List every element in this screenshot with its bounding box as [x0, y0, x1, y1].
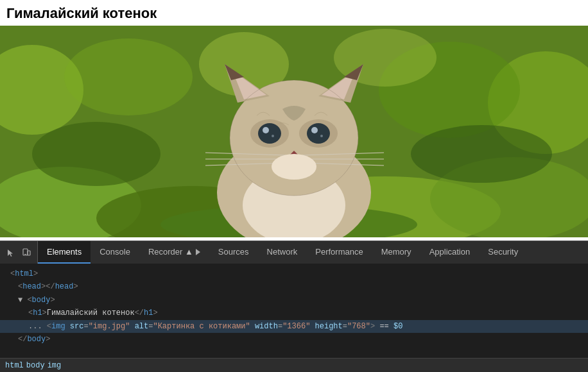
cursor-icon[interactable] [5, 247, 17, 258]
tab-application[interactable]: Application [420, 241, 480, 264]
devtools-content: <html> <head></head> ▼ <body> <h1>Гимала… [0, 264, 588, 358]
page-area: Гималайский котенок [0, 0, 588, 241]
devtools-breadcrumb: html body img [0, 358, 588, 372]
tab-security[interactable]: Security [479, 241, 527, 264]
svg-point-29 [272, 135, 274, 137]
svg-point-9 [32, 122, 160, 186]
tab-elements[interactable]: Elements [38, 241, 91, 264]
recorder-triangle-icon [196, 249, 200, 255]
devtools-tabs: Elements Console Recorder ▲ Sources Netw… [38, 241, 588, 264]
tab-network[interactable]: Network [258, 241, 307, 264]
code-line-img[interactable]: ... <img src="img.jpg" alt="Картинка с к… [0, 320, 588, 333]
svg-point-7 [64, 38, 193, 115]
code-line-head: <head></head> [0, 280, 588, 293]
svg-rect-41 [28, 251, 30, 255]
page-title: Гималайский котенок [0, 0, 588, 26]
tab-performance[interactable]: Performance [306, 241, 372, 264]
svg-point-38 [272, 154, 316, 180]
breadcrumb-html[interactable]: html [5, 361, 24, 370]
cat-image [0, 26, 588, 237]
devtools-toolbar: Elements Console Recorder ▲ Sources Netw… [0, 241, 588, 264]
breadcrumb-img[interactable]: img [48, 361, 62, 370]
svg-point-30 [320, 135, 323, 137]
svg-point-25 [258, 123, 281, 144]
device-icon[interactable] [21, 247, 32, 258]
svg-point-27 [263, 127, 269, 133]
code-line-html: <html> [0, 267, 588, 280]
code-line-h1: <h1>Гималайский котенок</h1> [0, 307, 588, 319]
tab-memory[interactable]: Memory [372, 241, 420, 264]
code-line-body-open: ▼ <body> [0, 294, 588, 307]
svg-point-10 [411, 125, 552, 183]
code-line-body-close: </body> [0, 333, 588, 346]
svg-point-28 [311, 127, 318, 133]
devtools-panel: Elements Console Recorder ▲ Sources Netw… [0, 241, 588, 372]
breadcrumb-body[interactable]: body [26, 361, 45, 370]
tab-console[interactable]: Console [91, 241, 139, 264]
toolbar-icons [0, 241, 38, 264]
tab-recorder[interactable]: Recorder ▲ [139, 241, 209, 264]
svg-point-26 [307, 123, 330, 144]
tab-sources[interactable]: Sources [209, 241, 258, 264]
